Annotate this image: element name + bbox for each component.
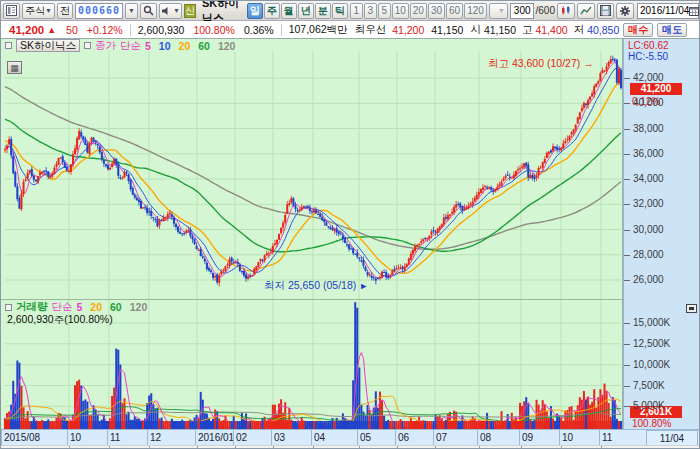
volume-tick-10,000K-mark: [624, 365, 630, 366]
price-ma-20[interactable]: 20: [179, 40, 191, 52]
price-tick-32,000: 32,000: [633, 198, 664, 209]
code-dropdown-button[interactable]: ▼: [125, 3, 138, 19]
chart-grid-tool-icon[interactable]: ▦: [7, 61, 22, 74]
interval-button-120[interactable]: 120: [464, 3, 487, 19]
collapse-toggle-icon[interactable]: [5, 42, 12, 49]
jeon-button[interactable]: 전: [57, 3, 73, 19]
date-label-05[interactable]: 05: [357, 430, 395, 446]
date-label-2016-01[interactable]: 2016/01: [195, 430, 233, 446]
interval-button-30[interactable]: 30: [428, 3, 445, 19]
collapse-toggle-icon[interactable]: [84, 42, 91, 49]
candlestick-chart[interactable]: [1, 39, 623, 429]
volume-ma-5[interactable]: 5: [77, 301, 83, 313]
best-bid: 41,150: [431, 24, 463, 36]
date-label-06[interactable]: 06: [395, 430, 433, 446]
last-date-box: 11/04: [646, 430, 698, 446]
price-ma-5[interactable]: 5: [145, 40, 151, 52]
right-axis: LC:60.62 HC:-5.50 41,200 0.12% 2,601K 10…: [623, 39, 700, 429]
chevron-down-icon: ▼: [45, 7, 52, 14]
date-value: 2016/11/04: [640, 5, 689, 16]
date-field[interactable]: 2016/11/04: [637, 3, 699, 19]
floppy-disk-icon: [600, 5, 611, 16]
up-arrow-icon: ▲: [47, 25, 56, 35]
period-button-2[interactable]: 월: [281, 3, 297, 19]
settings-button[interactable]: [616, 3, 634, 19]
current-price: 41,200: [9, 24, 44, 36]
window-icon-button[interactable]: [3, 3, 20, 19]
period-button-3[interactable]: 년: [298, 3, 314, 19]
trendline-tool-button[interactable]: [577, 3, 595, 19]
volume-pane-title[interactable]: 거래량: [16, 300, 48, 314]
bar-max-label: /600: [536, 5, 555, 16]
interval-button-20[interactable]: 20: [410, 3, 427, 19]
interval-button-1[interactable]: 1: [350, 3, 363, 19]
collapse-toggle-icon[interactable]: [5, 304, 12, 311]
candle-tool-icon: [560, 5, 572, 17]
date-label-08[interactable]: 08: [477, 430, 519, 446]
interval-button-3[interactable]: 3: [364, 3, 377, 19]
hc-value: HC:-5.50: [628, 51, 668, 62]
pane-option-icon[interactable]: [686, 304, 697, 313]
interval-button-60[interactable]: 60: [446, 3, 463, 19]
volume-ma-type-label[interactable]: 단순: [52, 300, 73, 314]
turnover-pct: 0.36%: [244, 24, 274, 36]
interval-button-10[interactable]: 10: [392, 3, 409, 19]
price-change: 50: [66, 24, 78, 36]
arrow-pointer-icon: ►: [359, 281, 368, 291]
compare-tool-button[interactable]: [557, 3, 575, 19]
sell-button[interactable]: 매도: [657, 23, 687, 37]
date-label-11[interactable]: 11: [599, 430, 621, 446]
current-price-box: 41,200: [630, 83, 682, 95]
bar-count-input[interactable]: 300: [510, 3, 534, 19]
period-button-5[interactable]: 틱: [332, 3, 348, 19]
best-quote-label: 최우선: [355, 23, 387, 37]
quote-bar: 41,200 ▲ 50 +0.12% 2,600,930 100.80% 0.3…: [1, 21, 700, 39]
volume-value: 2,600,930: [138, 24, 185, 36]
date-label-2015-08[interactable]: 2015/08: [1, 430, 67, 446]
date-label-10[interactable]: 10: [67, 430, 107, 446]
price-tick-40,000: 40,000: [633, 97, 664, 108]
date-label-02[interactable]: 02: [233, 430, 271, 446]
date-label-03[interactable]: 03: [271, 430, 311, 446]
bottom-scroll-strip[interactable]: [1, 445, 700, 449]
asset-type-dropdown[interactable]: 주식 ▼: [22, 3, 55, 19]
price-pane-title[interactable]: SK하이닉스: [16, 39, 80, 52]
volume-ma-20[interactable]: 20: [90, 301, 102, 313]
volume-ma-60[interactable]: 60: [110, 301, 122, 313]
volume-tick-15,000K-mark: [624, 323, 630, 324]
price-ma-10[interactable]: 10: [159, 40, 171, 52]
date-label-10[interactable]: 10: [559, 430, 599, 446]
volume-ma-120[interactable]: 120: [130, 301, 148, 313]
price-ma-60[interactable]: 60: [198, 40, 210, 52]
volume-ratio: 100.80%: [193, 24, 234, 36]
high-price: 41,400: [536, 24, 568, 36]
period-button-1[interactable]: 주: [264, 3, 280, 19]
open-price: 41,150: [484, 24, 516, 36]
stock-code-input[interactable]: 000660: [75, 3, 123, 19]
period-button-4[interactable]: 분: [315, 3, 331, 19]
date-label-07[interactable]: 07: [433, 430, 477, 446]
panel-icon: [6, 5, 17, 16]
period-button-0[interactable]: 일: [247, 3, 263, 19]
interval-button-group: 13510203060120: [350, 3, 487, 19]
date-label-04[interactable]: 04: [311, 430, 357, 446]
price-tick-36,000: 36,000: [633, 148, 664, 159]
buy-button[interactable]: 매수: [623, 23, 653, 37]
sound-button[interactable]: ▼: [159, 3, 182, 19]
price-type-label[interactable]: 종가: [95, 39, 116, 53]
volume-tick-7,500K-mark: [624, 386, 630, 387]
asset-type-label: 주식: [25, 4, 45, 18]
search-button[interactable]: [140, 3, 157, 19]
date-axis[interactable]: 2015/081011122016/0102030405060708091011…: [1, 429, 700, 445]
price-ma-120[interactable]: 120: [218, 40, 236, 52]
interval-button-5[interactable]: 5: [378, 3, 391, 19]
ma-type-label[interactable]: 단순: [120, 39, 141, 53]
extra-dropdown[interactable]: ▼: [489, 3, 508, 19]
volume-tick-5,000K-mark: [624, 406, 630, 407]
date-label-12[interactable]: 12: [147, 430, 195, 446]
save-button[interactable]: [597, 3, 614, 19]
date-label-11[interactable]: 11: [107, 430, 147, 446]
date-label-09[interactable]: 09: [519, 430, 559, 446]
volume-tick-7,500K: 7,500K: [633, 380, 665, 391]
volume-pane-header: 거래량 단순 52060120 2,600,930주(100.80%): [5, 301, 147, 327]
